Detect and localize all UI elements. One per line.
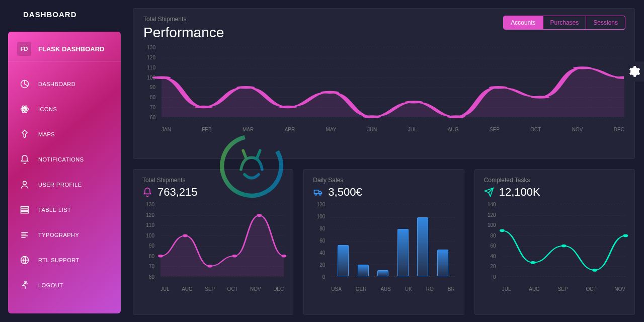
sidebar-item-maps[interactable]: MAPS — [11, 122, 118, 147]
svg-point-5 — [23, 181, 27, 185]
page-title: DASHBOARD — [23, 10, 121, 19]
svg-rect-6 — [21, 206, 29, 208]
card-subtitle: Completed Tasks — [484, 177, 625, 184]
svg-point-17 — [236, 86, 255, 89]
send-icon — [484, 187, 494, 197]
delivery-icon — [313, 187, 323, 197]
nav-label: RTL SUPPORT — [38, 257, 79, 263]
chart-performance: 13012011010090807060JANFEBMARAPRMAYJUNJU… — [143, 45, 624, 135]
svg-point-34 — [319, 194, 321, 195]
toggle-purchases[interactable]: Purchases — [543, 16, 587, 29]
svg-point-30 — [232, 255, 237, 258]
svg-point-18 — [279, 106, 297, 108]
metric-value: 3,500€ — [328, 186, 362, 199]
chart-shipments: 13012011010090807060JULAUGSEPOCTNOVDEC — [142, 202, 284, 295]
svg-point-31 — [257, 214, 262, 217]
run-icon — [19, 280, 30, 291]
svg-point-33 — [315, 194, 316, 195]
nav-label: DASHBOARD — [38, 81, 75, 87]
sidebar-item-dashboard[interactable]: DASHBOARD — [11, 71, 118, 97]
svg-point-25 — [573, 66, 592, 69]
bar — [338, 245, 349, 276]
nav-label: MAPS — [38, 131, 55, 137]
nav-label: TYPOGRAPHY — [38, 232, 79, 238]
svg-point-14 — [25, 281, 26, 283]
svg-point-35 — [500, 229, 505, 232]
svg-rect-8 — [21, 211, 29, 213]
svg-point-29 — [207, 265, 212, 268]
sidebar-item-icons[interactable]: ICONS — [11, 97, 118, 122]
card-subtitle: Daily Sales — [313, 177, 454, 184]
sidebar-item-typography[interactable]: TYPOGRAPHY — [11, 222, 118, 248]
sidebar-item-user-profile[interactable]: USER PROFILE — [11, 172, 118, 197]
card-subtitle: Total Shipments — [142, 177, 284, 184]
chart-toggle-group: AccountsPurchasesSessions — [503, 16, 625, 30]
svg-point-20 — [363, 115, 381, 118]
svg-rect-7 — [21, 209, 29, 210]
svg-point-39 — [623, 234, 628, 237]
nav-label: NOTIFICATIONS — [38, 156, 84, 163]
card-completed-tasks: Completed Tasks 12,100K 1401201008060402… — [474, 169, 635, 315]
brand-text: FLASK DASHBOARD — [38, 45, 104, 53]
chart-tasks: 140120100806040200JULAUGSEPOCTNOV — [484, 202, 625, 295]
bell-icon — [142, 187, 152, 197]
globe-icon — [19, 255, 30, 266]
align-icon — [19, 229, 30, 240]
svg-point-16 — [194, 106, 213, 108]
card-performance: Total Shipments Performance AccountsPurc… — [133, 8, 635, 159]
settings-button[interactable] — [624, 61, 644, 82]
table-icon — [19, 204, 30, 215]
sidebar-item-table-list[interactable]: TABLE LIST — [11, 197, 118, 222]
sidebar-nav: DASHBOARDICONSMAPSNOTIFICATIONSUSER PROF… — [8, 64, 121, 305]
nav-label: TABLE LIST — [38, 207, 71, 213]
sidebar-item-logout[interactable]: LOGOUT — [11, 273, 118, 298]
nav-label: ICONS — [38, 106, 57, 112]
svg-point-32 — [281, 255, 286, 258]
brand-logo: FD — [17, 42, 31, 56]
user-icon — [19, 179, 30, 190]
metric-value: 12,100K — [499, 186, 540, 199]
sidebar: FD FLASK DASHBOARD DASHBOARDICONSMAPSNOT… — [8, 32, 121, 313]
svg-point-37 — [561, 245, 566, 248]
nav-label: USER PROFILE — [38, 182, 82, 188]
sidebar-item-notifications[interactable]: NOTIFICATIONS — [11, 147, 118, 172]
svg-point-19 — [320, 91, 339, 94]
toggle-accounts[interactable]: Accounts — [504, 16, 543, 29]
svg-point-1 — [24, 108, 25, 110]
svg-point-27 — [158, 255, 163, 258]
svg-point-38 — [592, 269, 597, 272]
pie-icon — [19, 78, 30, 90]
bar — [377, 270, 388, 276]
toggle-sessions[interactable]: Sessions — [586, 16, 625, 29]
metric-value: 763,215 — [157, 186, 198, 199]
svg-point-15 — [152, 76, 171, 79]
bar — [358, 265, 369, 277]
pin-icon — [19, 129, 30, 140]
svg-point-24 — [531, 96, 549, 98]
svg-point-22 — [447, 115, 465, 118]
gear-icon — [627, 65, 640, 78]
svg-point-28 — [183, 234, 188, 237]
nav-label: LOGOUT — [38, 282, 63, 288]
bar — [437, 250, 448, 276]
brand-header[interactable]: FD FLASK DASHBOARD — [8, 38, 121, 61]
sidebar-item-rtl-support[interactable]: RTL SUPPORT — [11, 248, 118, 273]
bar — [417, 217, 428, 277]
card-total-shipments: Total Shipments 763,215 1301201101009080… — [133, 169, 293, 315]
svg-point-21 — [405, 101, 423, 103]
svg-point-23 — [489, 86, 508, 89]
chart-sales: 120100806040200USAGERAUSUKROBR — [313, 202, 454, 295]
atom-icon — [19, 104, 30, 115]
card-daily-sales: Daily Sales 3,500€ 120100806040200USAGER… — [303, 169, 464, 315]
svg-point-36 — [530, 261, 535, 264]
bell-icon — [19, 154, 30, 165]
